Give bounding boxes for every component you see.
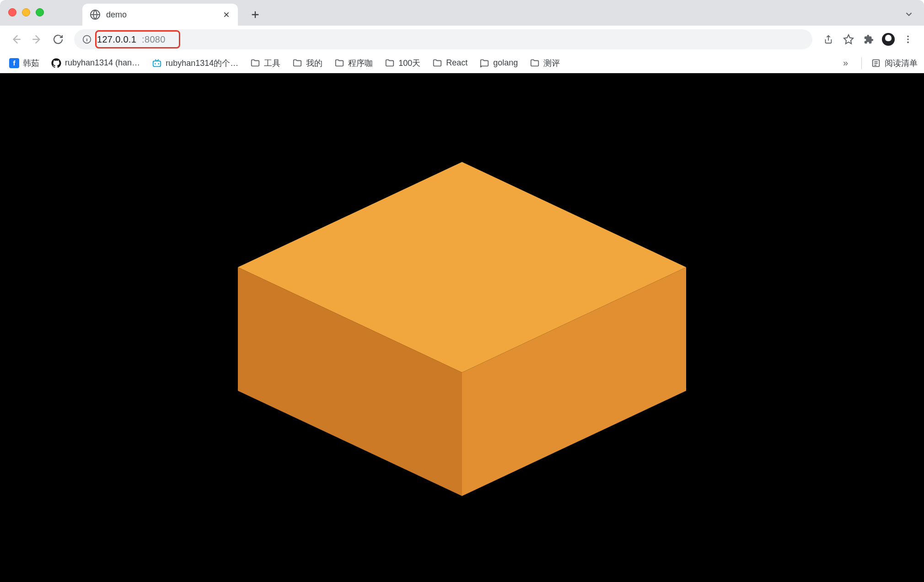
folder-icon: [334, 58, 344, 68]
bookmark-label: 韩茹: [23, 58, 39, 69]
bookmark-label: rubyhan1314 (han…: [65, 58, 140, 68]
rendered-cube: [188, 130, 736, 542]
bookmark-label: rubyhan1314的个…: [166, 58, 238, 69]
new-tab-button[interactable]: [246, 5, 264, 24]
url-host: 127.0.0.1: [97, 34, 136, 45]
svg-point-4: [907, 42, 909, 43]
bookmark-folder[interactable]: 程序咖: [332, 56, 376, 70]
reading-list-icon: [871, 58, 881, 68]
menu-button[interactable]: [898, 30, 918, 49]
divider: [861, 57, 862, 69]
window-minimize-button[interactable]: [22, 8, 30, 16]
page-content: [0, 73, 924, 582]
window-titlebar: demo: [0, 0, 924, 26]
folder-icon: [432, 58, 442, 68]
svg-point-2: [907, 36, 909, 38]
bookmark-label: React: [446, 58, 467, 68]
folder-icon: [385, 58, 395, 68]
folder-icon: [250, 58, 260, 68]
bookmarks-bar: f 韩茹 rubyhan1314 (han… rubyhan1314的个… 工具…: [0, 53, 924, 73]
bookmark-label: 程序咖: [348, 58, 373, 69]
tab-title: demo: [106, 10, 217, 20]
toolbar-actions: [819, 30, 918, 49]
globe-icon: [90, 9, 101, 20]
bookmark-label: 我的: [306, 58, 322, 69]
reload-button[interactable]: [48, 30, 68, 49]
bookmark-star-button[interactable]: [839, 30, 858, 49]
browser-toolbar: 127.0.0.1:8080: [0, 26, 924, 53]
address-bar[interactable]: 127.0.0.1:8080: [74, 29, 812, 49]
bookmark-folder[interactable]: React: [430, 56, 470, 70]
github-icon: [51, 58, 61, 68]
bookmark-folder[interactable]: 100天: [382, 56, 423, 70]
svg-rect-5: [153, 61, 161, 66]
chevron-down-icon[interactable]: [904, 9, 914, 21]
bookmark-folder[interactable]: 工具: [247, 56, 283, 70]
share-button[interactable]: [819, 30, 838, 49]
bookmark-folder[interactable]: 测评: [527, 56, 563, 70]
bookmark-item[interactable]: rubyhan1314的个…: [149, 56, 241, 70]
svg-point-3: [907, 38, 909, 40]
facebook-icon: f: [9, 58, 19, 68]
url-port: :8080: [142, 34, 166, 45]
window-maximize-button[interactable]: [36, 8, 44, 16]
bookmark-folder[interactable]: 我的: [290, 56, 325, 70]
bookmark-label: golang: [493, 58, 518, 68]
folder-icon: [530, 58, 540, 68]
folder-icon: [292, 58, 302, 68]
window-controls: [8, 8, 44, 16]
bookmark-item[interactable]: f 韩茹: [6, 56, 42, 70]
bookmark-label: 测评: [543, 58, 560, 69]
forward-button[interactable]: [27, 30, 47, 49]
bookmark-label: 100天: [398, 58, 420, 69]
back-button[interactable]: [6, 30, 26, 49]
bilibili-icon: [152, 58, 162, 68]
close-icon[interactable]: [222, 11, 231, 19]
reading-list-label: 阅读清单: [885, 58, 918, 69]
window-close-button[interactable]: [8, 8, 16, 16]
bookmarks-overflow-button[interactable]: »: [839, 58, 852, 68]
bookmark-label: 工具: [264, 58, 280, 69]
bookmark-item[interactable]: rubyhan1314 (han…: [48, 56, 143, 70]
site-info-icon[interactable]: [82, 35, 91, 44]
extensions-button[interactable]: [859, 30, 878, 49]
folder-icon: [479, 58, 489, 68]
bookmark-folder[interactable]: golang: [477, 56, 521, 70]
reading-list-button[interactable]: 阅读清单: [871, 58, 918, 69]
profile-avatar[interactable]: [882, 33, 895, 46]
tab-strip: demo: [82, 0, 264, 26]
browser-tab[interactable]: demo: [82, 4, 238, 26]
